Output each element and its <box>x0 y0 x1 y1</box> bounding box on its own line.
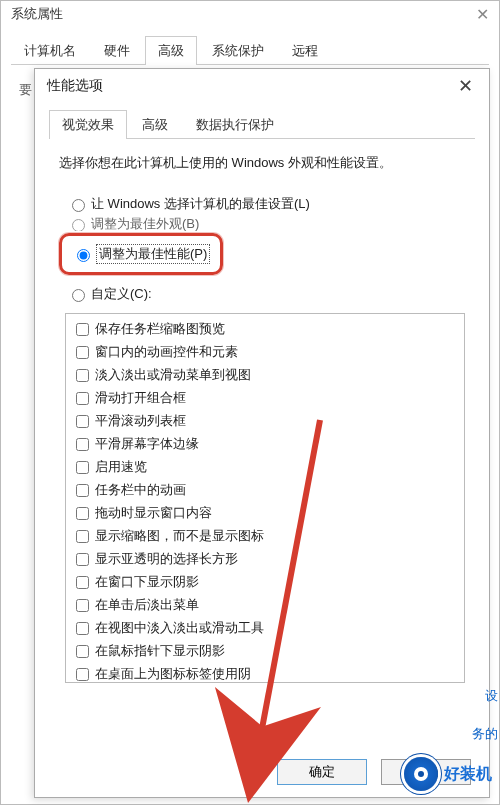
checkbox-input[interactable] <box>76 530 89 543</box>
radio-input[interactable] <box>72 199 85 212</box>
checkbox-input[interactable] <box>76 392 89 405</box>
check-label: 平滑屏幕字体边缘 <box>95 435 199 453</box>
checkbox-input[interactable] <box>76 553 89 566</box>
check-label: 保存任务栏缩略图预览 <box>95 320 225 338</box>
radio-label: 调整为最佳性能(P) <box>96 244 210 264</box>
check-label: 在桌面上为图标标签使用阴 <box>95 665 251 683</box>
checkbox-input[interactable] <box>76 622 89 635</box>
check-item[interactable]: 淡入淡出或滑动菜单到视图 <box>72 364 458 387</box>
checkbox-input[interactable] <box>76 323 89 336</box>
performance-options-title: 性能选项 <box>47 77 103 95</box>
eye-icon <box>404 757 438 791</box>
check-label: 平滑滚动列表框 <box>95 412 186 430</box>
check-label: 在窗口下显示阴影 <box>95 573 199 591</box>
check-label: 窗口内的动画控件和元素 <box>95 343 238 361</box>
tab-remote[interactable]: 远程 <box>279 36 331 65</box>
instruction-text: 选择你想在此计算机上使用的 Windows 外观和性能设置。 <box>59 153 465 173</box>
check-item[interactable]: 显示亚透明的选择长方形 <box>72 548 458 571</box>
visual-effects-checklist[interactable]: 保存任务栏缩略图预览 窗口内的动画控件和元素 淡入淡出或滑动菜单到视图 滑动打开… <box>65 313 465 683</box>
check-item[interactable]: 平滑屏幕字体边缘 <box>72 433 458 456</box>
checkbox-input[interactable] <box>76 668 89 681</box>
checkbox-input[interactable] <box>76 599 89 612</box>
check-item[interactable]: 在单击后淡出菜单 <box>72 594 458 617</box>
radio-label: 让 Windows 选择计算机的最佳设置(L) <box>91 195 310 213</box>
radio-let-windows-choose[interactable]: 让 Windows 选择计算机的最佳设置(L) <box>65 191 465 217</box>
check-item[interactable]: 显示缩略图，而不是显示图标 <box>72 525 458 548</box>
tab-dep[interactable]: 数据执行保护 <box>183 110 287 139</box>
clipped-outer-text: 要 <box>19 81 32 99</box>
check-item[interactable]: 平滑滚动列表框 <box>72 410 458 433</box>
check-label: 任务栏中的动画 <box>95 481 186 499</box>
tab-hardware[interactable]: 硬件 <box>91 36 143 65</box>
performance-options-dialog: 性能选项 ✕ 视觉效果 高级 数据执行保护 选择你想在此计算机上使用的 Wind… <box>34 68 490 798</box>
checkbox-input[interactable] <box>76 346 89 359</box>
check-item[interactable]: 在桌面上为图标标签使用阴 <box>72 663 458 683</box>
annotation-highlight: 调整为最佳性能(P) <box>59 233 223 275</box>
performance-radio-group: 让 Windows 选择计算机的最佳设置(L) 调整为最佳外观(B) 调整为最佳… <box>65 191 465 307</box>
checkbox-input[interactable] <box>76 438 89 451</box>
radio-label: 自定义(C): <box>91 285 152 303</box>
check-label: 滑动打开组合框 <box>95 389 186 407</box>
check-label: 在鼠标指针下显示阴影 <box>95 642 225 660</box>
checkbox-input[interactable] <box>76 461 89 474</box>
checkbox-input[interactable] <box>76 484 89 497</box>
check-item[interactable]: 窗口内的动画控件和元素 <box>72 341 458 364</box>
check-item[interactable]: 在窗口下显示阴影 <box>72 571 458 594</box>
radio-custom[interactable]: 自定义(C): <box>65 281 465 307</box>
check-label: 在单击后淡出菜单 <box>95 596 199 614</box>
check-item[interactable]: 任务栏中的动画 <box>72 479 458 502</box>
system-properties-title: 系统属性 <box>1 1 499 27</box>
radio-input[interactable] <box>77 249 90 262</box>
tab-advanced[interactable]: 高级 <box>129 110 181 139</box>
check-label: 显示缩略图，而不是显示图标 <box>95 527 264 545</box>
watermark-text: 好装机 <box>444 764 492 785</box>
tab-computer-name[interactable]: 计算机名 <box>11 36 89 65</box>
watermark-logo: 好装机 <box>404 757 492 791</box>
check-item[interactable]: 在视图中淡入淡出或滑动工具 <box>72 617 458 640</box>
ok-button[interactable]: 确定 <box>277 759 367 785</box>
radio-label: 调整为最佳外观(B) <box>91 217 199 231</box>
tab-system-protection[interactable]: 系统保护 <box>199 36 277 65</box>
tab-visual-effects[interactable]: 视觉效果 <box>49 110 127 139</box>
check-label: 在视图中淡入淡出或滑动工具 <box>95 619 264 637</box>
checkbox-input[interactable] <box>76 369 89 382</box>
check-label: 显示亚透明的选择长方形 <box>95 550 238 568</box>
radio-input[interactable] <box>72 289 85 302</box>
close-icon[interactable]: ✕ <box>476 5 489 24</box>
check-label: 淡入淡出或滑动菜单到视图 <box>95 366 251 384</box>
radio-best-appearance[interactable]: 调整为最佳外观(B) <box>65 217 465 231</box>
radio-input[interactable] <box>72 219 85 231</box>
close-icon[interactable]: ✕ <box>454 75 477 97</box>
check-label: 启用速览 <box>95 458 147 476</box>
clipped-link-text: 设 务的 <box>472 687 498 743</box>
tab-advanced[interactable]: 高级 <box>145 36 197 65</box>
system-properties-tabs: 计算机名 硬件 高级 系统保护 远程 <box>11 35 489 65</box>
check-label: 拖动时显示窗口内容 <box>95 504 212 522</box>
checkbox-input[interactable] <box>76 576 89 589</box>
check-item[interactable]: 保存任务栏缩略图预览 <box>72 318 458 341</box>
radio-best-performance[interactable]: 调整为最佳性能(P) <box>70 242 212 266</box>
check-item[interactable]: 在鼠标指针下显示阴影 <box>72 640 458 663</box>
performance-options-tabs: 视觉效果 高级 数据执行保护 <box>49 109 475 139</box>
check-item[interactable]: 拖动时显示窗口内容 <box>72 502 458 525</box>
checkbox-input[interactable] <box>76 645 89 658</box>
checkbox-input[interactable] <box>76 507 89 520</box>
check-item[interactable]: 启用速览 <box>72 456 458 479</box>
check-item[interactable]: 滑动打开组合框 <box>72 387 458 410</box>
checkbox-input[interactable] <box>76 415 89 428</box>
